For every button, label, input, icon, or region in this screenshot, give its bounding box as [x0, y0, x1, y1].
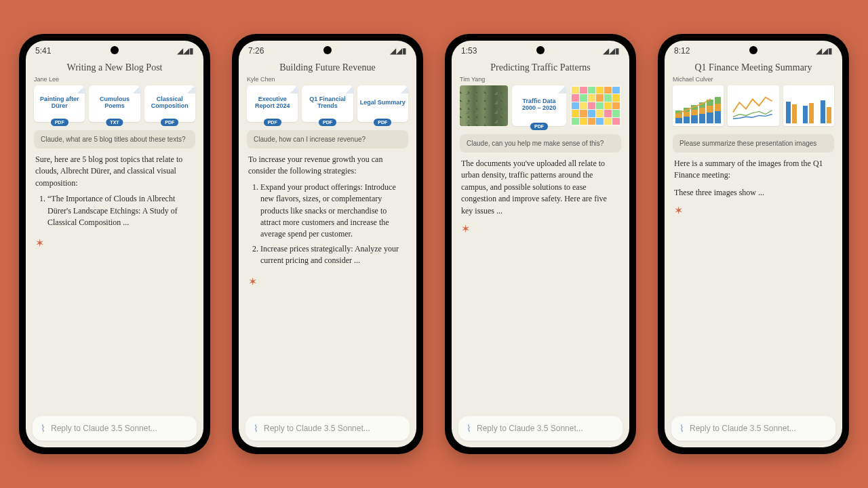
attachment-doc[interactable]: Executive Report 2024 PDF	[247, 85, 298, 122]
response-text: To increase your revenue growth you can …	[248, 154, 407, 178]
attachment-row	[665, 85, 842, 131]
file-badge: PDF	[264, 119, 281, 126]
app-screen: 5:41 ◢◢▮ Writing a New Blog Post Jane Le…	[26, 41, 203, 447]
author-label: Kyle Chen	[239, 76, 416, 85]
attachment-doc[interactable]: Traffic Data 2000 – 2020 PDF	[512, 85, 566, 126]
assistant-response: The documents you've uploaded all relate…	[452, 158, 629, 217]
loading-star-icon: ✶	[239, 270, 416, 293]
doc-title: Executive Report 2024	[250, 96, 295, 109]
reply-input[interactable]: ⌇ Reply to Claude 3.5 Sonnet...	[33, 416, 197, 441]
file-badge: TXT	[106, 119, 123, 126]
attachment-doc[interactable]: Cumulous Poems TXT	[89, 85, 140, 122]
camera-cutout	[536, 46, 545, 54]
page-title: Building Future Revenue	[239, 58, 416, 76]
camera-cutout	[323, 46, 332, 54]
reply-input[interactable]: ⌇ Reply to Claude 3.5 Sonnet...	[245, 416, 410, 441]
reply-input[interactable]: ⌇ Reply to Claude 3.5 Sonnet...	[671, 416, 835, 441]
user-prompt: Claude, can you help me make sense of th…	[460, 134, 621, 152]
clock: 7:26	[248, 46, 264, 56]
assistant-response: Here is a summary of the images from the…	[665, 158, 842, 199]
camera-cutout	[749, 46, 757, 54]
phone-mockup-2: 7:26 ◢◢▮ Building Future Revenue Kyle Ch…	[232, 34, 423, 454]
status-icons: ◢◢▮	[603, 46, 620, 56]
phone-mockup-1: 5:41 ◢◢▮ Writing a New Blog Post Jane Le…	[19, 34, 210, 454]
response-list-item: Increase prices strategically: Analyze y…	[260, 243, 407, 267]
attachment-doc[interactable]: Legal Summary PDF	[357, 85, 408, 122]
file-badge: PDF	[374, 119, 391, 126]
user-prompt: Please summarize these presentation imag…	[673, 134, 834, 152]
assistant-response: To increase your revenue growth you can …	[239, 154, 416, 270]
attachment-row: Painting after Dürer PDF Cumulous Poems …	[26, 85, 203, 127]
phone-mockup-3: 1:53 ◢◢▮ Predicting Traffic Patterns Tim…	[445, 34, 636, 454]
author-label: Jane Lee	[26, 76, 203, 85]
assistant-response: Sure, here are 5 blog post topics that r…	[26, 154, 203, 231]
attachment-doc[interactable]: Classical Composition PDF	[144, 85, 195, 122]
response-list-item: “The Importance of Clouds in Albrecht Dü…	[47, 193, 194, 228]
phone-mockup-4: 8:12 ◢◢▮ Q1 Finance Meeting Summary Mich…	[658, 34, 849, 454]
attachment-row: Traffic Data 2000 – 2020 PDF	[452, 85, 629, 131]
file-badge: PDF	[161, 119, 178, 126]
page-title: Writing a New Blog Post	[26, 58, 203, 76]
clock: 1:53	[461, 46, 477, 56]
loading-star-icon: ✶	[452, 217, 629, 241]
input-placeholder: Reply to Claude 3.5 Sonnet...	[51, 424, 157, 433]
input-placeholder: Reply to Claude 3.5 Sonnet...	[264, 424, 370, 433]
doc-title: Legal Summary	[360, 99, 406, 106]
author-label: Michael Culver	[665, 76, 842, 85]
loading-star-icon: ✶	[26, 231, 203, 255]
doc-title: Q1 Financial Trends	[304, 96, 350, 109]
attachment-image-aerial[interactable]	[460, 85, 508, 126]
file-badge: PDF	[51, 119, 68, 126]
status-icons: ◢◢▮	[390, 46, 407, 56]
attachment-chart-stacked-bar[interactable]	[673, 85, 724, 126]
camera-cutout	[111, 46, 119, 54]
page-title: Predicting Traffic Patterns	[452, 58, 629, 76]
attachment-row: Executive Report 2024 PDF Q1 Financial T…	[239, 85, 416, 127]
attachment-icon[interactable]: ⌇	[254, 423, 258, 434]
clock: 5:41	[35, 46, 51, 56]
attachment-icon[interactable]: ⌇	[41, 423, 45, 434]
status-icons: ◢◢▮	[177, 46, 194, 56]
clock: 8:12	[674, 46, 690, 56]
app-screen: 8:12 ◢◢▮ Q1 Finance Meeting Summary Mich…	[665, 41, 842, 447]
app-screen: 7:26 ◢◢▮ Building Future Revenue Kyle Ch…	[239, 41, 416, 447]
attachment-icon[interactable]: ⌇	[467, 423, 471, 434]
response-text: These three images show ...	[674, 187, 833, 199]
input-placeholder: Reply to Claude 3.5 Sonnet...	[477, 424, 583, 433]
doc-title: Classical Composition	[147, 96, 193, 109]
response-text: Sure, here are 5 blog post topics that r…	[35, 154, 194, 189]
attachment-chart-grouped-bar[interactable]	[783, 85, 834, 126]
attachment-doc[interactable]: Painting after Dürer PDF	[34, 85, 85, 122]
attachment-doc[interactable]: Q1 Financial Trends PDF	[302, 85, 353, 122]
page-title: Q1 Finance Meeting Summary	[665, 58, 842, 76]
user-prompt: Claude, how can I increase revenue?	[247, 130, 408, 148]
loading-star-icon: ✶	[665, 199, 842, 222]
status-icons: ◢◢▮	[816, 46, 833, 56]
attachment-image-stickynotes[interactable]	[570, 85, 621, 126]
user-prompt: Claude, what are 5 blog titles about the…	[34, 130, 195, 148]
response-list-item: Expand your product offerings: Introduce…	[260, 182, 407, 241]
reply-input[interactable]: ⌇ Reply to Claude 3.5 Sonnet...	[458, 416, 623, 441]
doc-title: Painting after Dürer	[37, 96, 82, 109]
file-badge: PDF	[530, 123, 548, 130]
attachment-icon[interactable]: ⌇	[679, 423, 684, 434]
response-text: The documents you've uploaded all relate…	[461, 158, 620, 217]
response-text: Here is a summary of the images from the…	[674, 158, 833, 182]
attachment-chart-line[interactable]	[728, 85, 778, 126]
author-label: Tim Yang	[452, 76, 629, 85]
app-screen: 1:53 ◢◢▮ Predicting Traffic Patterns Tim…	[452, 41, 629, 447]
input-placeholder: Reply to Claude 3.5 Sonnet...	[690, 424, 796, 433]
file-badge: PDF	[319, 119, 336, 126]
doc-title: Traffic Data 2000 – 2020	[515, 98, 563, 111]
doc-title: Cumulous Poems	[92, 96, 137, 109]
